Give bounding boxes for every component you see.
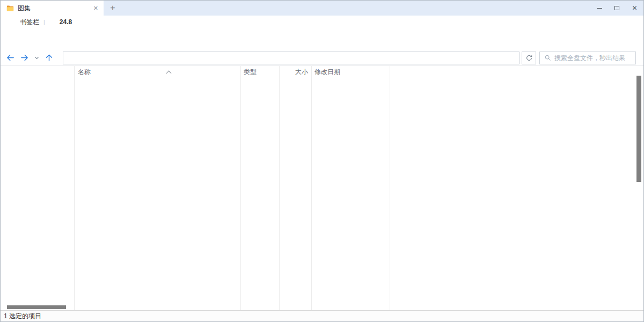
tab-bar: 图集 ✕ + ✕ — [1, 1, 643, 16]
refresh-button[interactable] — [522, 52, 536, 64]
vertical-scrollbar-thumb[interactable] — [636, 76, 641, 182]
chevron-down-icon — [34, 55, 40, 61]
close-icon: ✕ — [632, 5, 637, 11]
column-header-name[interactable]: 名称 — [75, 68, 240, 77]
file-manager-window: 图集 ✕ + ✕ 书签栏 | 24.8 — [0, 0, 644, 322]
sidebar-horizontal-scrollbar[interactable] — [7, 305, 66, 309]
search-box[interactable] — [539, 52, 636, 64]
up-arrow-icon — [45, 53, 54, 62]
close-button[interactable]: ✕ — [626, 1, 643, 16]
maximize-icon — [614, 6, 619, 10]
column-header-date[interactable]: 修改日期 — [311, 68, 390, 77]
bookmark-folder-icon — [49, 18, 57, 26]
back-arrow-icon — [6, 53, 15, 62]
bookmark-item[interactable]: 24.8 — [49, 18, 72, 26]
active-tab[interactable]: 图集 ✕ — [1, 1, 104, 16]
maximize-button[interactable] — [608, 1, 626, 16]
back-button[interactable] — [6, 53, 15, 62]
tab-close-icon[interactable]: ✕ — [92, 5, 99, 12]
file-list-pane: 名称 类型 大小 修改日期 — [75, 66, 643, 310]
column-header-size[interactable]: 大小 — [279, 68, 311, 77]
bookmark-bar: 书签栏 | 24.8 — [1, 16, 643, 28]
address-bar[interactable] — [63, 52, 519, 64]
search-input[interactable] — [554, 54, 631, 62]
tab-label: 图集 — [18, 4, 89, 13]
new-tab-button[interactable]: + — [104, 1, 122, 16]
folder-icon — [6, 4, 14, 12]
bookmark-bar-label: 书签栏 — [20, 18, 39, 27]
list-header: 名称 类型 大小 修改日期 — [75, 66, 643, 78]
titlebar-drag-area — [122, 1, 590, 16]
navigation-bar — [1, 50, 643, 66]
status-bar: 1 选定的项目 — [1, 310, 643, 321]
bookmark-star-icon[interactable] — [9, 18, 17, 26]
sidebar-tree — [1, 66, 75, 310]
refresh-icon — [525, 54, 533, 62]
up-button[interactable] — [45, 53, 54, 62]
search-icon — [544, 54, 551, 61]
minimize-button[interactable] — [590, 1, 608, 16]
main-area: 名称 类型 大小 修改日期 — [1, 66, 643, 310]
window-controls: ✕ — [590, 1, 643, 16]
breadcrumb-folder-icon — [68, 54, 75, 62]
column-header-type[interactable]: 类型 — [240, 68, 279, 77]
forward-button[interactable] — [20, 53, 29, 62]
bookmark-item-label: 24.8 — [60, 18, 72, 26]
forward-arrow-icon — [20, 53, 29, 62]
selection-status-text: 1 选定的项目 — [4, 312, 41, 321]
toolbar — [1, 28, 643, 50]
bookmark-divider: | — [43, 19, 45, 25]
file-rows — [75, 78, 643, 310]
vertical-scrollbar[interactable] — [636, 68, 642, 308]
minimize-icon — [597, 8, 602, 9]
history-dropdown-button[interactable] — [34, 55, 40, 61]
